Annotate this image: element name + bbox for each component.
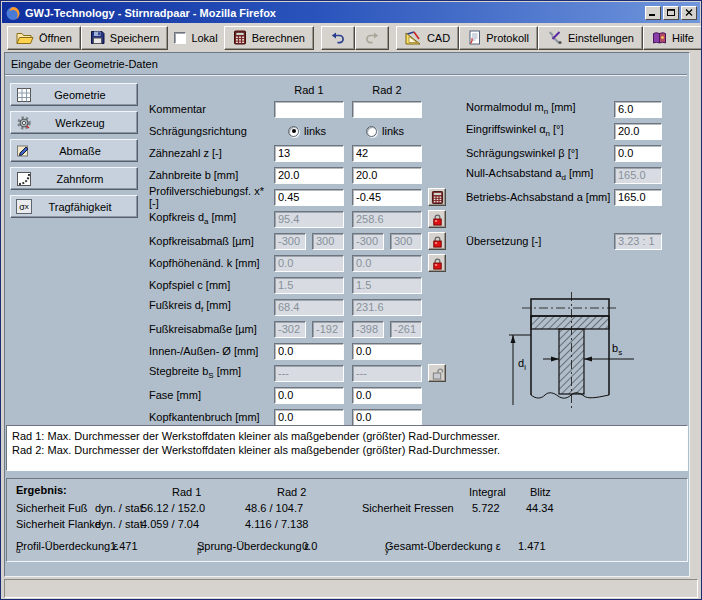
kopfhoehenaenderung-rad1-input[interactable] (274, 255, 344, 272)
stegbreite-rad2-input[interactable] (352, 365, 422, 382)
sidebar-item-werkzeug[interactable]: Werkzeug (10, 111, 138, 134)
kopfkreis-rad2-input[interactable] (352, 211, 422, 228)
kommentar-rad1-input[interactable] (274, 101, 344, 118)
profile-overlap-value: 1.471 (110, 540, 138, 552)
kopfkantenbruch-rad2-input[interactable] (352, 409, 422, 426)
fusskreisabmasse-rad2-upper-input[interactable] (390, 321, 422, 338)
kopfkreisabmass-rad1-lower-input[interactable] (274, 233, 306, 250)
redo-icon (364, 31, 380, 45)
sidebar-item-zahnform[interactable]: Zahnform (10, 167, 138, 190)
kopfkreis-rad1-input[interactable] (274, 211, 344, 228)
warning-line-2: Rad 2: Max. Durchmesser der Werkstoffdat… (12, 443, 682, 457)
maximize-button[interactable] (663, 6, 679, 20)
field-label: Null-Achsabstand ad [mm] (466, 167, 614, 182)
field-label: Zahnbreite b [mm] (149, 169, 274, 181)
protocol-button[interactable]: Protokoll (459, 26, 538, 50)
form-row-innen-aussen-durchmesser: Innen-/Außen- Ø [mm] (149, 340, 446, 362)
fusskreisabmasse-rad1-lower-input[interactable] (274, 321, 306, 338)
kopfhoehenaenderung-rad2-input[interactable] (352, 255, 422, 272)
open-button[interactable]: Öffnen (7, 26, 81, 50)
help-label: Hilfe (672, 32, 694, 44)
fusskreis-rad1-input[interactable] (274, 299, 344, 316)
kopfkreisabmass-lock-button[interactable] (428, 232, 446, 250)
schraegungswinkel-input[interactable] (614, 145, 662, 162)
uebersetzung-input[interactable] (614, 233, 662, 250)
fusskreisabmasse-rad1-upper-input[interactable] (312, 321, 344, 338)
calculate-button[interactable]: Berechnen (224, 26, 314, 50)
betriebs-achsabstand-input[interactable] (614, 189, 662, 206)
kopfkreisabmass-rad2-lower-input[interactable] (352, 233, 384, 250)
sidebar-item-label: Abmaße (33, 145, 137, 157)
kopfkreisabmass-rad1-upper-input[interactable] (312, 233, 344, 250)
fase-rad1-input[interactable] (274, 387, 344, 404)
fase-rad2-input[interactable] (352, 387, 422, 404)
form-row-kopfhoehenaenderung: Kopfhöhenänd. k [mm] (149, 252, 446, 274)
fusskreis-rad2-input[interactable] (352, 299, 422, 316)
form-row-kopfkreis: Kopfkreis da [mm] (149, 208, 446, 230)
normalmodul-input[interactable] (614, 101, 662, 118)
field-label: Fase [mm] (149, 389, 274, 401)
field-label: Kommentar (149, 103, 274, 115)
form-row-kopfspiel: Kopfspiel c [mm] (149, 274, 446, 296)
zahnbreite-rad2-input[interactable] (352, 167, 422, 184)
close-icon (685, 9, 693, 16)
redo-button[interactable] (355, 26, 389, 50)
zaehnezahl-rad1-input[interactable] (274, 145, 344, 162)
radio-label: links (382, 125, 422, 137)
helix-overlap-label: Sprung-Überdeckung εβ: (197, 540, 202, 555)
profilverschiebung-calc-button[interactable] (428, 188, 446, 206)
cad-button[interactable]: CAD (396, 26, 459, 50)
form-row-fusskreis: Fußkreis df [mm] (149, 296, 446, 318)
flank-safety-mode: dyn. / stat. (95, 518, 146, 530)
form-row-kopfkreisabmass: Kopfkreisabmaß [µm] (149, 230, 446, 252)
sidebar: Geometrie Werkzeug Abmaße Zahnform (10, 83, 138, 223)
profilverschiebung-rad1-input[interactable] (274, 189, 344, 206)
null-achsabstand-input[interactable] (614, 167, 662, 184)
innen-aussen-rad1-input[interactable] (274, 343, 344, 360)
innen-aussen-rad2-input[interactable] (352, 343, 422, 360)
undo-button[interactable] (321, 26, 355, 50)
sidebar-item-geometrie[interactable]: Geometrie (10, 83, 138, 106)
profilverschiebung-rad2-input[interactable] (352, 189, 422, 206)
helix-direction-rad1-radio[interactable] (288, 126, 299, 137)
kopfhoehenaenderung-lock-button[interactable] (428, 254, 446, 272)
kopfkreis-lock-button[interactable] (428, 210, 446, 228)
kopfspiel-rad1-input[interactable] (274, 277, 344, 294)
inner-diameter-label: di (518, 357, 526, 372)
kopfspiel-rad2-input[interactable] (352, 277, 422, 294)
sidebar-item-tragfaehigkeit[interactable]: σx Tragfähigkeit (10, 195, 138, 218)
minimize-icon (649, 9, 657, 16)
settings-label: Einstellungen (568, 32, 634, 44)
local-checkbox[interactable] (174, 32, 186, 44)
form-row-zahnbreite: Zahnbreite b [mm] (149, 164, 446, 186)
zahnbreite-rad1-input[interactable] (274, 167, 344, 184)
eingriffswinkel-input[interactable] (614, 123, 662, 140)
settings-button[interactable]: Einstellungen (538, 26, 643, 50)
cad-drafting-icon (405, 31, 422, 45)
results-rad2-header: Rad 2 (277, 486, 306, 498)
lock-closed-icon (431, 213, 444, 226)
fusskreisabmasse-rad2-lower-input[interactable] (352, 321, 384, 338)
close-button[interactable] (681, 6, 697, 20)
zaehnezahl-rad2-input[interactable] (352, 145, 422, 162)
help-button[interactable]: Hilfe (643, 26, 702, 50)
kopfkreisabmass-rad2-upper-input[interactable] (390, 233, 422, 250)
column-headers: Rad 1 Rad 2 (149, 84, 446, 98)
stegbreite-rad1-input[interactable] (274, 365, 344, 382)
sidebar-item-abmasse[interactable]: Abmaße (10, 139, 138, 162)
divider (5, 74, 687, 76)
minimize-button[interactable] (645, 6, 661, 20)
sidebar-item-label: Tragfähigkeit (33, 201, 137, 213)
kopfkantenbruch-rad1-input[interactable] (274, 409, 344, 426)
field-label: Kopfkantenbruch [mm] (149, 411, 274, 423)
kommentar-rad2-input[interactable] (352, 101, 422, 118)
results-panel: Ergebnis: Rad 1 Rad 2 Integral Blitz Sic… (6, 478, 688, 562)
helix-direction-rad2-radio[interactable] (366, 126, 377, 137)
field-label: Profilverschiebungsf. x* [-] (149, 185, 274, 209)
stegbreite-lock-button[interactable] (428, 364, 446, 382)
scuffing-blitz-value: 44.34 (526, 502, 554, 514)
status-bar (4, 579, 698, 598)
gear-form: Rad 1 Rad 2 Kommentar Schrägungsrichtung… (149, 84, 446, 428)
rad1-header: Rad 1 (274, 84, 344, 98)
save-button[interactable]: Speichern (81, 26, 169, 50)
